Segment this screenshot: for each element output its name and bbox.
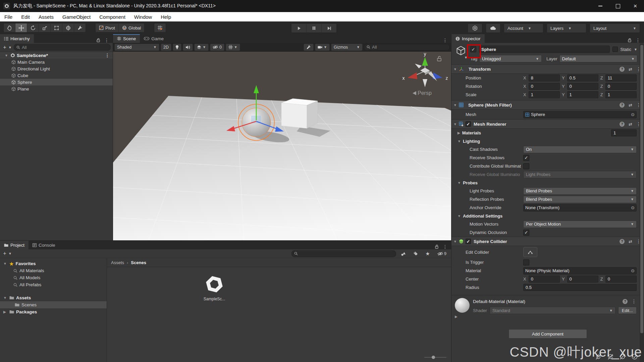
move-tool-button[interactable] <box>15 23 27 32</box>
custom-tool-button[interactable] <box>74 23 86 32</box>
scale-y-field[interactable]: 1 <box>567 91 598 98</box>
scale-tool-button[interactable] <box>39 23 51 32</box>
anchor-override-field[interactable]: None (Transform) ⊙ <box>523 204 637 212</box>
hierarchy-search-input[interactable]: All <box>14 44 111 51</box>
play-button[interactable] <box>291 24 307 33</box>
hierarchy-item-sphere[interactable]: Sphere <box>0 79 113 85</box>
unity-services-button[interactable] <box>468 23 482 33</box>
transform-tool-button[interactable] <box>62 23 74 32</box>
tab-hierarchy[interactable]: Hierarchy <box>0 34 34 43</box>
favorite-search-button[interactable]: ★ <box>423 251 432 257</box>
help-icon[interactable]: ? <box>620 239 625 244</box>
rotation-x-field[interactable]: 0 <box>529 83 560 90</box>
contribute-gi-checkbox[interactable] <box>523 163 529 169</box>
static-checkbox[interactable] <box>612 47 618 52</box>
shader-edit-button[interactable]: Edit... <box>618 307 637 314</box>
kebab-menu-icon[interactable]: ⋮ <box>104 38 109 43</box>
presets-icon[interactable]: ⇄ <box>629 239 632 244</box>
materials-row[interactable]: ▶Materials 1 <box>451 129 644 137</box>
foldout-closed-icon[interactable]: ▶ <box>458 131 460 135</box>
2d-toggle-button[interactable]: 2D <box>161 44 171 51</box>
shading-mode-dropdown[interactable]: Shaded ▼ <box>114 44 159 51</box>
menu-window[interactable]: Window <box>130 12 156 21</box>
foldout-open-icon[interactable]: ▼ <box>3 296 7 300</box>
audio-toggle-button[interactable] <box>183 44 193 51</box>
motion-vectors-dropdown[interactable]: Per Object Motion ▼ <box>523 221 637 228</box>
tree-packages[interactable]: ▶ Packages <box>0 308 107 315</box>
position-x-field[interactable]: 8 <box>529 74 560 81</box>
tree-favorites[interactable]: ▼ ★ Favorites <box>0 260 107 267</box>
project-search-input[interactable] <box>291 250 396 257</box>
lock-icon[interactable] <box>628 38 632 42</box>
menu-component[interactable]: Component <box>95 12 130 21</box>
hierarchy-item-cube[interactable]: Cube <box>0 72 113 79</box>
scene-tools-button[interactable] <box>304 44 314 51</box>
mesh-object-field[interactable]: Sphere ⊙ <box>523 111 637 118</box>
hierarchy-create-button[interactable]: ＋▼ <box>2 44 12 51</box>
kebab-menu-icon[interactable]: ⋮ <box>636 38 641 43</box>
menu-assets[interactable]: Assets <box>34 12 58 21</box>
step-button[interactable] <box>322 24 336 33</box>
position-y-field[interactable]: 0.5 <box>567 74 598 81</box>
hierarchy-item-directional-light[interactable]: Directional Light <box>0 65 113 72</box>
center-z-field[interactable]: 0 <box>605 276 637 283</box>
layers-dropdown[interactable]: Layers ▼ <box>547 23 586 33</box>
tree-scenes[interactable]: Scenes <box>0 301 107 308</box>
center-x-field[interactable]: 0 <box>529 276 560 283</box>
foldout-closed-icon[interactable]: ▶ <box>3 310 7 314</box>
menu-edit[interactable]: Edit <box>17 12 34 21</box>
mesh-filter-header[interactable]: ▼ Sphere (Mesh Filter) ? ⇄ ⋮ <box>451 100 644 110</box>
rotate-tool-button[interactable] <box>27 23 39 32</box>
layout-dropdown[interactable]: Layout ▼ <box>590 23 640 33</box>
foldout-open-icon[interactable]: ▼ <box>458 139 461 143</box>
gizmos-dropdown[interactable]: Gizmos ▼ <box>331 44 363 51</box>
scale-z-field[interactable]: 1 <box>605 91 637 98</box>
grid-snap-button[interactable] <box>154 23 166 32</box>
foldout-open-icon[interactable]: ▼ <box>458 214 461 218</box>
tab-game[interactable]: Game <box>140 34 168 43</box>
tree-all-prefabs[interactable]: All Prefabs <box>0 281 107 288</box>
gameobject-icon-dropdown[interactable]: ▼ <box>454 46 468 62</box>
hierarchy-scene-divider[interactable] <box>113 34 113 240</box>
object-picker-icon[interactable]: ⊙ <box>631 205 635 210</box>
presets-icon[interactable]: ⇄ <box>629 103 632 108</box>
foldout-open-icon[interactable]: ▼ <box>453 67 457 71</box>
cloud-button[interactable] <box>486 23 500 33</box>
scene-canvas[interactable]: y x z Persp <box>113 52 451 241</box>
tag-dropdown[interactable]: Untagged ▼ <box>479 55 542 62</box>
scale-x-field[interactable]: 1 <box>529 91 560 98</box>
help-icon[interactable]: ? <box>620 122 625 127</box>
additional-settings-section[interactable]: ▼ Additional Settings <box>451 212 644 220</box>
tab-project[interactable]: Project <box>0 241 29 249</box>
mesh-renderer-header[interactable]: ▼ ✓ Mesh Renderer ? ⇄ ⋮ <box>451 119 644 129</box>
presets-icon[interactable]: ⇄ <box>629 67 632 72</box>
light-probes-dropdown[interactable]: Blend Probes ▼ <box>523 187 637 195</box>
breadcrumb-assets[interactable]: Assets <box>111 260 124 265</box>
account-dropdown[interactable]: Account ▼ <box>504 23 543 33</box>
breadcrumb-scenes[interactable]: Scenes <box>131 260 146 265</box>
reflection-probes-dropdown[interactable]: Blend Probes ▼ <box>523 196 637 203</box>
scene-inspector-divider[interactable] <box>451 34 451 362</box>
materials-count-field[interactable]: 1 <box>611 129 637 136</box>
kebab-menu-icon[interactable]: ⋮ <box>105 53 113 58</box>
scene-search-input[interactable]: All <box>364 44 450 51</box>
menu-gameobject[interactable]: GameObject <box>58 12 95 21</box>
scrollbar-thumb[interactable] <box>640 45 643 333</box>
object-picker-icon[interactable]: ⊙ <box>631 112 635 117</box>
foldout-open-icon[interactable]: ▼ <box>453 240 457 243</box>
tab-inspector[interactable]: Inspector <box>451 34 485 43</box>
close-button[interactable]: × <box>627 0 644 12</box>
project-grid[interactable]: SampleSc... <box>107 267 451 362</box>
global-toggle-button[interactable]: Global <box>119 23 145 32</box>
radius-field[interactable]: 0.5 <box>523 284 637 291</box>
add-component-button[interactable]: Add Component <box>508 329 587 339</box>
minimize-button[interactable] <box>592 0 609 12</box>
tree-assets[interactable]: ▼ Assets <box>0 294 107 301</box>
chevron-down-icon[interactable]: ▼ <box>634 48 637 51</box>
pivot-toggle-button[interactable]: Pivot <box>96 23 119 32</box>
asset-samplescene[interactable]: SampleSc... <box>202 274 227 301</box>
center-y-field[interactable]: 0 <box>567 276 598 283</box>
is-trigger-checkbox[interactable] <box>523 259 529 265</box>
foldout-closed-icon[interactable]: ▶ <box>455 315 458 318</box>
receive-shadows-checkbox[interactable]: ✓ <box>523 155 529 161</box>
